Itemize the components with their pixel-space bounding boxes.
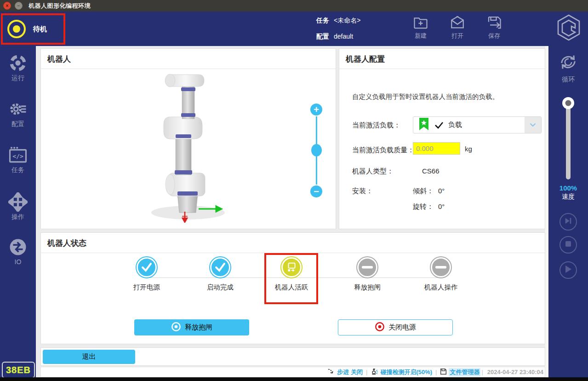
payload-mass-unit: kg bbox=[465, 145, 472, 153]
right-sidebar: 循环 100% 速度 bbox=[548, 46, 588, 377]
open-task-button[interactable]: 打开 bbox=[441, 14, 474, 40]
payload-mass-label: 当前激活负载质量： bbox=[352, 146, 414, 155]
window-close-button[interactable]: × bbox=[3, 2, 11, 10]
active-payload-value: 负载 bbox=[448, 121, 462, 129]
speed-slider-track[interactable] bbox=[566, 103, 571, 179]
step-robot-active: 机器人活跃 bbox=[264, 267, 319, 292]
step-power-on: 打开电源 bbox=[119, 267, 174, 292]
standby-status-label: 待机 bbox=[33, 25, 47, 34]
exit-button[interactable]: 退出 bbox=[43, 350, 135, 364]
speed-slider-knob[interactable] bbox=[562, 97, 574, 109]
robot-3d-view[interactable] bbox=[126, 71, 245, 225]
speed-readout: 100% 速度 bbox=[548, 184, 588, 201]
collision-label: 碰撞检测开启(50%) bbox=[380, 368, 432, 376]
sidebar-config-label: 配置 bbox=[0, 120, 36, 128]
step-startup-complete: 启动完成 bbox=[193, 267, 248, 292]
open-file-icon bbox=[441, 14, 474, 31]
window-minimize-button[interactable]: − bbox=[15, 2, 23, 10]
config-panel-title: 机器人配置 bbox=[339, 49, 545, 69]
run-icon bbox=[0, 53, 36, 73]
standby-status-icon bbox=[7, 20, 26, 38]
robot-panel-title: 机器人 bbox=[41, 49, 336, 69]
file-manager-label: 文件管理器 bbox=[449, 368, 480, 376]
step-pending-icon bbox=[431, 257, 451, 277]
step-robot-operate-label: 机器人操作 bbox=[413, 283, 468, 292]
separator: | bbox=[366, 369, 367, 375]
divider bbox=[339, 69, 545, 69]
new-folder-icon bbox=[405, 14, 437, 31]
open-task-label: 打开 bbox=[441, 32, 474, 40]
zoom-in-button[interactable]: + bbox=[310, 104, 322, 115]
sidebar-item-task[interactable]: </> 任务 bbox=[0, 145, 36, 174]
step-startup-complete-label: 启动完成 bbox=[193, 283, 248, 292]
active-payload-label: 当前激活负载： bbox=[352, 121, 400, 130]
app-header: 待机 任务<未命名> 配置default 新建 打开 保存 bbox=[0, 12, 588, 46]
robot-type-value: CS66 bbox=[422, 167, 440, 175]
save-icon bbox=[478, 14, 510, 31]
step-mode-label: 步进 关闭 bbox=[337, 368, 363, 376]
brand-logo-icon bbox=[555, 13, 582, 44]
file-manager-icon bbox=[440, 368, 447, 376]
power-off-label: 关闭电源 bbox=[388, 323, 416, 332]
tilt-label: 倾斜： bbox=[413, 187, 434, 196]
step-done-icon bbox=[137, 257, 157, 277]
step-power-on-label: 打开电源 bbox=[119, 283, 174, 292]
status-panel-title: 机器人状态 bbox=[41, 233, 545, 253]
sidebar-item-run[interactable]: 运行 bbox=[0, 53, 36, 82]
task-row: 任务<未命名> bbox=[316, 17, 360, 25]
window-titlebar: × − 机器人图形化编程环境 bbox=[0, 0, 588, 12]
sidebar-gap bbox=[545, 46, 548, 377]
loop-icon bbox=[558, 66, 579, 74]
robot-config-panel: 机器人配置 自定义负载用于暂时设置机器人当前激活的负载。 当前激活负载： 负载 … bbox=[339, 48, 545, 229]
step-forward-button[interactable] bbox=[559, 213, 577, 231]
robot-active-icon bbox=[281, 257, 302, 277]
power-off-button[interactable]: 关闭电源 bbox=[338, 319, 453, 335]
loop-toggle[interactable]: 循环 bbox=[548, 52, 588, 84]
status-bar: 步进 关闭 | 碰撞检测开启(50%) | 文件管理器 | 2024-04-27… bbox=[40, 367, 545, 377]
left-sidebar: 运行 配置 </> 任务 操作 IO 38EB bbox=[0, 46, 36, 377]
main-content: 机器人 bbox=[36, 46, 545, 377]
gear-icon bbox=[0, 99, 36, 119]
sidebar-item-io[interactable]: IO bbox=[0, 237, 36, 266]
robot-mode-indicator-highlight[interactable]: 待机 bbox=[1, 13, 65, 45]
robot-view-panel: 机器人 bbox=[40, 48, 336, 229]
new-task-label: 新建 bbox=[405, 32, 437, 40]
robot-status-panel: 机器人状态 打开电源 启动完成 机器人活跃 释放抱闸 bbox=[40, 232, 545, 344]
robot-serial-badge: 38EB bbox=[2, 362, 35, 378]
collision-detect-status[interactable]: 碰撞检测开启(50%) bbox=[371, 368, 432, 377]
zoom-slider-knob[interactable] bbox=[311, 144, 322, 156]
file-manager-link[interactable]: 文件管理器 bbox=[440, 368, 480, 376]
step-release-brake-label: 释放抱闸 bbox=[340, 283, 395, 292]
step-robot-operate: 机器人操作 bbox=[413, 267, 468, 292]
active-payload-dropdown[interactable]: 负载 bbox=[413, 116, 542, 133]
rotate-label: 旋转： bbox=[413, 202, 434, 211]
payload-mass-input[interactable] bbox=[413, 142, 460, 155]
loop-label: 循环 bbox=[548, 75, 588, 84]
chevron-down-icon[interactable] bbox=[525, 117, 541, 133]
code-window-icon: </> bbox=[0, 145, 36, 165]
svg-text:</>: </> bbox=[12, 153, 23, 160]
payload-description: 自定义负载用于暂时设置机器人当前激活的负载。 bbox=[352, 92, 499, 101]
new-task-button[interactable]: 新建 bbox=[405, 14, 437, 40]
sidebar-operate-label: 操作 bbox=[0, 213, 36, 221]
tilt-value: 0° bbox=[438, 187, 445, 195]
bookmark-icon bbox=[419, 117, 429, 133]
exit-label: 退出 bbox=[82, 352, 96, 361]
save-task-label: 保存 bbox=[478, 32, 510, 40]
sidebar-item-config[interactable]: 配置 bbox=[0, 99, 36, 128]
config-value: default bbox=[334, 33, 353, 40]
release-brake-button[interactable]: 释放抱闸 bbox=[134, 319, 249, 335]
save-task-button[interactable]: 保存 bbox=[478, 14, 510, 40]
config-label: 配置 bbox=[316, 33, 329, 40]
step-done-icon bbox=[210, 257, 230, 277]
step-mode-status[interactable]: 步进 关闭 bbox=[327, 368, 363, 376]
sidebar-item-operate[interactable]: 操作 bbox=[0, 192, 36, 221]
speed-label: 速度 bbox=[548, 193, 588, 201]
power-off-icon bbox=[375, 322, 385, 333]
sidebar-io-label: IO bbox=[0, 258, 36, 266]
play-button[interactable] bbox=[559, 261, 577, 279]
robot-type-label: 机器人类型： bbox=[352, 167, 394, 176]
stop-button[interactable] bbox=[559, 236, 577, 254]
bottom-strip bbox=[0, 377, 588, 381]
zoom-out-button[interactable]: − bbox=[310, 185, 322, 197]
